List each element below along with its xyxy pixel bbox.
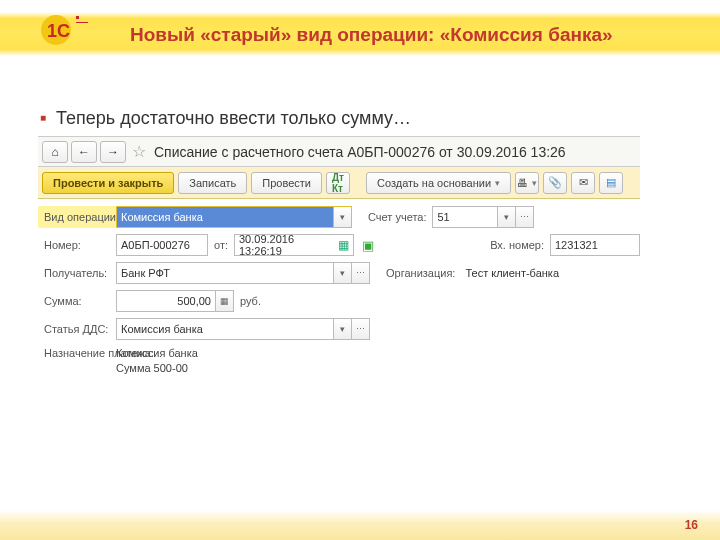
op-type-field[interactable]: Комиссия банка — [116, 206, 334, 228]
footer-band — [0, 510, 720, 540]
app-window: ⌂ ← → ☆ Списание с расчетного счета А0БП… — [38, 136, 640, 380]
dds-label: Статья ДДС: — [38, 323, 116, 335]
dt-kt-icon: ДтКт — [332, 172, 344, 194]
from-label: от: — [208, 239, 234, 251]
purpose-label: Назначение платежа: — [38, 343, 116, 360]
arrow-left-icon: ← — [78, 145, 90, 159]
slide-bullet: Теперь достаточно ввести только сумму… — [40, 108, 411, 129]
chevron-down-icon: ▾ — [504, 212, 509, 222]
chevron-down-icon: ▾ — [340, 268, 345, 278]
home-icon: ⌂ — [51, 145, 58, 159]
paperclip-icon: 📎 — [548, 176, 562, 189]
ok-icon: ▣ — [362, 238, 374, 253]
org-field[interactable]: Тест клиент-банка — [461, 262, 569, 284]
purpose-field[interactable]: Комиссия банка Сумма 500-00 — [116, 343, 198, 376]
chevron-down-icon: ▾ — [532, 178, 537, 188]
chevron-down-icon: ▾ — [495, 178, 500, 188]
svg-rect-3 — [76, 22, 88, 23]
account-label: Счет учета: — [362, 211, 432, 223]
number-field[interactable]: А0БП-000276 — [116, 234, 208, 256]
number-label: Номер: — [38, 239, 116, 251]
svg-text:1С: 1С — [47, 21, 70, 41]
mail-button[interactable]: ✉ — [571, 172, 595, 194]
slide-title: Новый «старый» вид операции: «Комиссия б… — [130, 24, 613, 46]
home-button[interactable]: ⌂ — [42, 141, 68, 163]
sum-calc[interactable]: ▦ — [216, 290, 234, 312]
chevron-down-icon: ▾ — [340, 324, 345, 334]
form-area: Вид операции: Комиссия банка ▾ Счет учет… — [38, 199, 640, 380]
ellipsis-icon: ⋯ — [356, 324, 365, 334]
calculator-icon: ▦ — [220, 296, 229, 306]
forward-button[interactable]: → — [100, 141, 126, 163]
logo-1c: 1С — [38, 10, 98, 51]
dt-kt-button[interactable]: ДтКт — [326, 172, 350, 194]
print-button[interactable]: 🖶▾ — [515, 172, 539, 194]
dds-field[interactable]: Комиссия банка — [116, 318, 334, 340]
chevron-down-icon: ▾ — [340, 212, 345, 222]
create-based-button[interactable]: Создать на основании▾ — [366, 172, 511, 194]
toolbar: Провести и закрыть Записать Провести ДтК… — [38, 167, 640, 199]
inc-number-field[interactable]: 1231321 — [550, 234, 640, 256]
currency-label: руб. — [234, 295, 267, 307]
ellipsis-icon: ⋯ — [356, 268, 365, 278]
calendar-icon[interactable]: ▦ — [338, 238, 349, 252]
sum-field[interactable]: 500,00 — [116, 290, 216, 312]
sum-label: Сумма: — [38, 295, 116, 307]
save-button[interactable]: Записать — [178, 172, 247, 194]
account-select[interactable]: ⋯ — [516, 206, 534, 228]
page-number: 16 — [685, 518, 698, 532]
ellipsis-icon: ⋯ — [520, 212, 529, 222]
mail-icon: ✉ — [579, 176, 588, 189]
inc-number-label: Вх. номер: — [484, 239, 550, 251]
recipient-dropdown[interactable]: ▾ — [334, 262, 352, 284]
dds-dropdown[interactable]: ▾ — [334, 318, 352, 340]
date-field[interactable]: 30.09.2016 13:26:19▦ — [234, 234, 354, 256]
recipient-label: Получатель: — [38, 267, 116, 279]
submit-button[interactable]: Провести — [251, 172, 322, 194]
op-type-dropdown[interactable]: ▾ — [334, 206, 352, 228]
report-icon: ▤ — [606, 176, 616, 189]
report-button[interactable]: ▤ — [599, 172, 623, 194]
dds-select[interactable]: ⋯ — [352, 318, 370, 340]
org-label: Организация: — [380, 267, 461, 279]
recipient-field[interactable]: Банк РФТ — [116, 262, 334, 284]
arrow-right-icon: → — [107, 145, 119, 159]
attach-button[interactable]: 📎 — [543, 172, 567, 194]
op-type-label: Вид операции: — [38, 206, 116, 228]
svg-rect-2 — [76, 16, 79, 19]
printer-icon: 🖶 — [517, 177, 528, 189]
nav-bar: ⌂ ← → ☆ Списание с расчетного счета А0БП… — [38, 137, 640, 167]
favorite-icon[interactable]: ☆ — [132, 142, 146, 161]
account-dropdown[interactable]: ▾ — [498, 206, 516, 228]
recipient-select[interactable]: ⋯ — [352, 262, 370, 284]
document-title: Списание с расчетного счета А0БП-000276 … — [154, 144, 566, 160]
submit-close-button[interactable]: Провести и закрыть — [42, 172, 174, 194]
account-field[interactable]: 51 — [432, 206, 498, 228]
back-button[interactable]: ← — [71, 141, 97, 163]
